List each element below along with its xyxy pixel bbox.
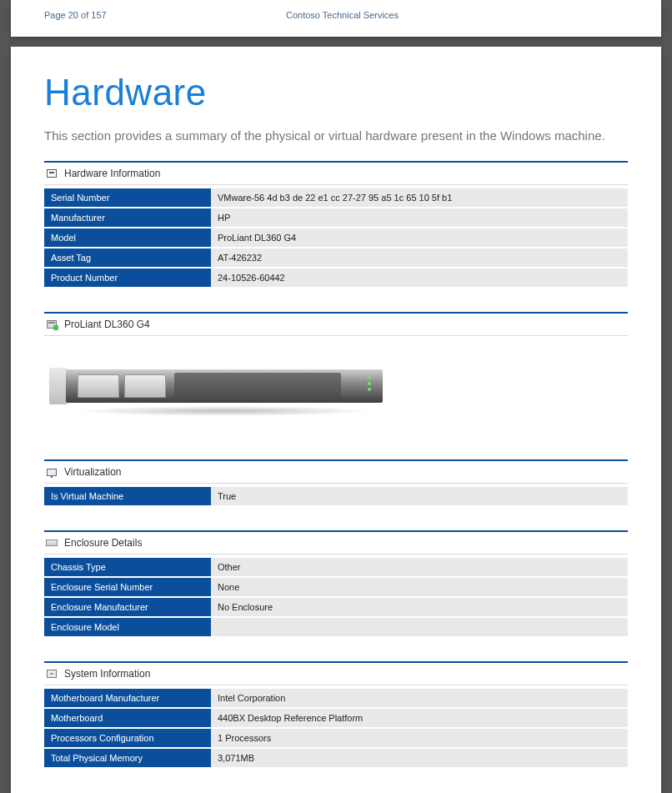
table-row: Motherboard ManufacturerIntel Corporatio…	[44, 689, 628, 708]
table-value: Other	[211, 558, 628, 577]
section-description: This section provides a summary of the p…	[44, 128, 628, 143]
product-image-section: ProLiant DL360 G4	[44, 312, 628, 436]
table-value: HP	[211, 208, 628, 228]
section-header: Hardware Information	[44, 163, 628, 185]
section-header: Enclosure Details	[44, 532, 628, 555]
table-value: 3,071MB	[211, 748, 628, 768]
enclosure-icon	[46, 537, 58, 549]
doc-title: Contoso Technical Services	[286, 10, 628, 20]
section-header: ProLiant DL360 G4	[44, 314, 628, 336]
table-row: Serial NumberVMware-56 4d b3 de 22 e1 cc…	[44, 188, 628, 208]
table-value: 24-10526-60442	[211, 268, 628, 288]
table-value: AT-426232	[211, 248, 628, 268]
table-key: Motherboard Manufacturer	[44, 689, 211, 708]
system-info-section: System Information Motherboard Manufactu…	[44, 661, 628, 769]
table-row: Is Virtual MachineTrue	[44, 487, 628, 506]
hardware-info-icon	[46, 168, 58, 179]
table-key: Enclosure Serial Number	[44, 577, 211, 597]
product-image-container	[44, 336, 628, 436]
table-key: Motherboard	[44, 708, 211, 728]
table-key: Serial Number	[44, 188, 211, 208]
page-header: Page 20 of 157 Contoso Technical Service…	[11, 0, 661, 37]
section-title: Hardware Information	[64, 168, 160, 179]
table-row: Processors Configuration1 Processors	[44, 728, 628, 748]
table-row: Asset TagAT-426232	[44, 248, 628, 268]
table-key: Enclosure Model	[44, 617, 211, 637]
table-value: 440BX Desktop Reference Platform	[211, 708, 628, 728]
table-key: Asset Tag	[44, 248, 211, 268]
table-row: ModelProLiant DL360 G4	[44, 228, 628, 248]
table-value: Intel Corporation	[211, 689, 628, 708]
page-number: Page 20 of 157	[44, 10, 286, 20]
table-row: Enclosure ManufacturerNo Enclosure	[44, 597, 628, 617]
table-value: True	[211, 487, 628, 506]
chip-icon	[46, 668, 58, 680]
table-value: 1 Processors	[211, 728, 628, 748]
table-value: No Enclosure	[211, 597, 628, 617]
section-title: Enclosure Details	[64, 537, 142, 549]
table-row: Motherboard440BX Desktop Reference Platf…	[44, 708, 628, 728]
table-value: ProLiant DL360 G4	[211, 228, 628, 248]
section-header: Virtualization	[44, 461, 628, 484]
hardware-information-section: Hardware Information Serial NumberVMware…	[44, 161, 628, 289]
table-row: ManufacturerHP	[44, 208, 628, 228]
table-value	[211, 617, 628, 637]
section-title: Virtualization	[64, 466, 121, 478]
table-key: Product Number	[44, 268, 211, 288]
page-title: Hardware	[44, 72, 628, 113]
virtualization-section: Virtualization Is Virtual MachineTrue	[44, 459, 628, 507]
server-image	[49, 361, 383, 411]
section-header: System Information	[44, 663, 628, 685]
table-key: Processors Configuration	[44, 728, 211, 748]
section-title: System Information	[64, 668, 150, 680]
table-key: Enclosure Manufacturer	[44, 597, 211, 617]
table-value: VMware-56 4d b3 de 22 e1 cc 27-27 95 a5 …	[211, 188, 628, 208]
section-title: ProLiant DL360 G4	[64, 319, 150, 330]
table-key: Chassis Type	[44, 558, 211, 577]
virtualization-table: Is Virtual MachineTrue	[44, 487, 628, 507]
monitor-icon	[46, 466, 58, 478]
table-row: Product Number24-10526-60442	[44, 268, 628, 288]
table-row: Enclosure Model	[44, 617, 628, 637]
table-row: Total Physical Memory3,071MB	[44, 748, 628, 768]
table-key: Total Physical Memory	[44, 748, 211, 768]
table-row: Chassis TypeOther	[44, 558, 628, 577]
table-key: Is Virtual Machine	[44, 487, 211, 506]
page-header-strip: Page 20 of 157 Contoso Technical Service…	[11, 0, 661, 37]
enclosure-table: Chassis TypeOtherEnclosure Serial Number…	[44, 558, 628, 638]
table-key: Manufacturer	[44, 208, 211, 228]
table-value: None	[211, 577, 628, 597]
table-key: Model	[44, 228, 211, 248]
table-row: Enclosure Serial NumberNone	[44, 577, 628, 597]
server-icon	[46, 319, 58, 330]
enclosure-section: Enclosure Details Chassis TypeOtherEnclo…	[44, 530, 628, 638]
hardware-info-table: Serial NumberVMware-56 4d b3 de 22 e1 cc…	[44, 188, 628, 289]
system-info-table: Motherboard ManufacturerIntel Corporatio…	[44, 689, 628, 769]
document-page: Hardware This section provides a summary…	[11, 47, 661, 793]
